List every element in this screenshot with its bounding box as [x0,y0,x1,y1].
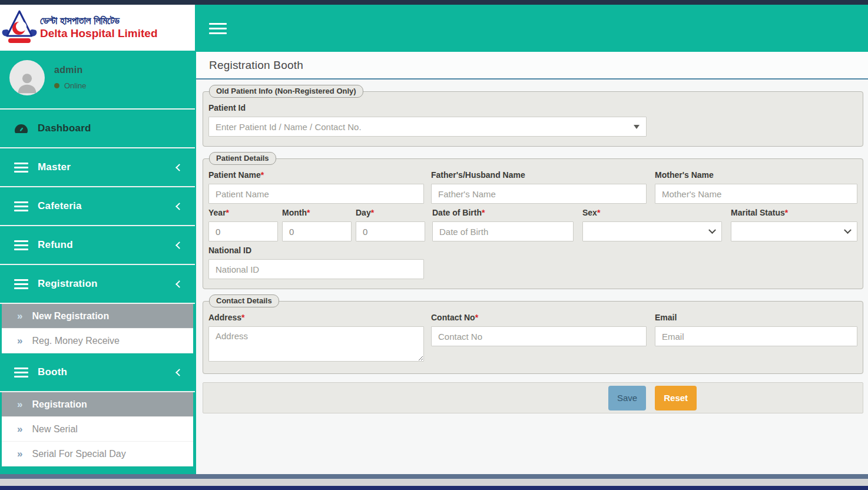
patient-id-placeholder: Enter Patient Id / Name / Contact No. [216,122,634,132]
section-legend: Old Patient Info (Non-Registered Only) [209,85,363,98]
sidebar-subitem-label: Registration [32,399,87,410]
father-name-label: Father's/Husband Name [431,170,647,180]
user-panel: admin Online [0,52,195,110]
booth-submenu: » Registration » New Serial » Serial For… [0,392,195,466]
section-legend: Patient Details [209,152,276,165]
sidebar-item-label: Refund [38,239,73,251]
patient-name-input[interactable] [208,184,424,204]
marital-status-label: Marital Status* [731,208,857,217]
contact-details-section: Contact Details Address* Contact No* Ema… [203,294,863,374]
double-arrow-icon: » [17,335,22,347]
double-arrow-icon: » [17,399,22,410]
sidebar-subitem-new-serial[interactable]: » New Serial [2,417,193,442]
chevron-left-icon [175,369,183,376]
patient-id-select[interactable]: Enter Patient Id / Name / Contact No. [208,117,647,137]
sidebar-item-registration[interactable]: Registration [0,265,195,304]
day-input[interactable] [356,221,425,241]
year-label: Year* [208,208,278,217]
sidebar-item-label: Booth [38,366,67,378]
double-arrow-icon: » [17,448,22,460]
save-button[interactable]: Save [608,386,646,410]
dob-label: Date of Birth* [432,208,574,217]
hospital-logo-icon [1,9,38,47]
email-label: Email [655,313,857,322]
day-label: Day* [356,208,425,217]
online-status-dot [54,83,59,88]
chevron-left-icon [175,241,183,249]
sex-select[interactable] [582,221,722,241]
patient-details-section: Patient Details Patient Name* Father's/H… [203,152,863,289]
patient-id-label: Patient Id [208,103,857,112]
patient-name-label: Patient Name* [208,170,424,180]
bottom-bar-gray [0,479,868,486]
sidebar-subitem-booth-registration[interactable]: » Registration [2,392,193,417]
registration-submenu: » New Registration » Reg. Money Receive [0,304,195,353]
menu-lines-icon [14,368,28,378]
national-id-input[interactable] [208,259,424,279]
double-arrow-icon: » [17,423,22,435]
sidebar-item-label: Cafeteria [38,200,82,212]
sidebar-subitem-label: New Registration [32,311,109,322]
sidebar-subitem-reg-money-receive[interactable]: » Reg. Money Receive [2,329,193,353]
month-input[interactable] [282,221,352,241]
reset-button[interactable]: Reset [655,386,697,410]
sidebar-item-master[interactable]: Master [0,148,195,187]
page-header: Registration Booth [196,52,868,80]
chevron-down-icon [844,226,852,234]
avatar [9,60,45,95]
address-textarea[interactable] [208,326,424,362]
form-content: Old Patient Info (Non-Registered Only) P… [196,80,868,474]
mother-name-input[interactable] [655,184,857,204]
sidebar-toggle-button[interactable] [209,23,227,34]
dob-input[interactable] [432,221,574,241]
caret-down-icon [634,125,640,129]
menu-lines-icon [14,279,28,289]
double-arrow-icon: » [17,310,22,322]
bottom-bar-navy [0,486,868,490]
brand-name-english: Delta Hospital Limited [40,27,158,40]
chevron-left-icon [175,164,183,171]
topbar [196,5,868,52]
sidebar-item-cafeteria[interactable]: Cafeteria [0,187,195,226]
sidebar-item-label: Registration [38,278,98,290]
user-icon [14,68,41,95]
year-input[interactable] [208,221,278,241]
sidebar-item-label: Master [38,161,71,173]
sex-label: Sex* [582,208,722,217]
address-label: Address* [208,313,424,322]
menu-lines-icon [14,201,28,211]
sidebar-item-refund[interactable]: Refund [0,226,195,265]
main-area: Registration Booth Old Patient Info (Non… [195,5,868,474]
section-legend: Contact Details [209,294,279,307]
national-id-label: National ID [208,246,424,255]
form-actions-bar: Save Reset [203,382,863,413]
sidebar-subitem-new-registration[interactable]: » New Registration [2,304,193,329]
sidebar-item-booth[interactable]: Booth [0,353,195,392]
sidebar-item-label: Dashboard [38,122,91,134]
marital-status-select[interactable] [731,221,857,241]
father-name-input[interactable] [431,184,647,204]
chevron-down-icon [708,226,716,234]
sidebar: ডেল্টা হাসপাতাল লিমিটেড Delta Hospital L… [0,5,195,474]
brand-name-bengali: ডেল্টা হাসপাতাল লিমিটেড [40,15,158,27]
contact-no-input[interactable] [431,326,647,346]
bottom-bar-slate [0,474,868,479]
sidebar-subitem-serial-special-day[interactable]: » Serial For Special Day [2,442,193,466]
window-top-edge [0,0,868,5]
brand-header[interactable]: ডেল্টা হাসপাতাল লিমিটেড Delta Hospital L… [0,5,195,52]
sidebar-item-dashboard[interactable]: Dashboard [0,110,195,148]
chevron-left-icon [175,280,183,288]
old-patient-info-section: Old Patient Info (Non-Registered Only) P… [203,85,863,147]
sidebar-subitem-label: Serial For Special Day [32,449,125,459]
chevron-left-icon [175,203,183,210]
online-status-label: Online [64,81,87,90]
user-name: admin [54,65,87,75]
email-input[interactable] [655,326,857,346]
window-bottom-edge [0,474,868,490]
mother-name-label: Mother's Name [655,170,857,180]
menu-lines-icon [14,240,28,250]
page-title: Registration Booth [209,59,303,72]
menu-lines-icon [14,163,28,173]
month-label: Month* [282,208,352,217]
dashboard-icon [14,124,28,134]
